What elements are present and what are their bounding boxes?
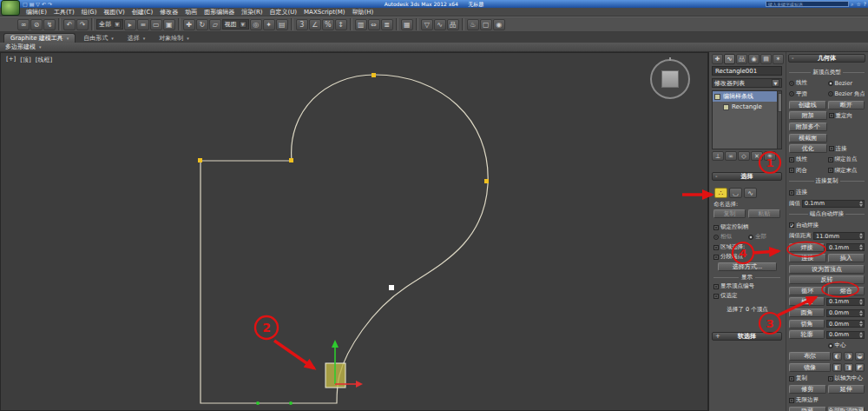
geometry-checkbox[interactable]: 复制 [789,375,826,382]
spinner-field[interactable]: 0.0mm [826,309,865,317]
stack-row[interactable]: 编辑样条线 [713,91,781,102]
ribbon-tab[interactable]: 自由形式▾ [77,33,120,43]
application-menu-button[interactable] [1,0,20,16]
show-vertex-numbers-checkbox[interactable]: 显示顶点编号 [713,282,780,290]
angle-snap-icon[interactable]: ∠ [309,19,321,30]
paste-button[interactable]: 粘贴 [748,209,780,218]
weld-threshold-field[interactable]: 0.1mm [826,243,865,251]
scrollbar-thumb[interactable] [778,93,782,112]
create-tab-icon[interactable]: ✚ [712,54,723,64]
geometry-button[interactable]: 圆角 [789,308,825,317]
mirror-icon[interactable]: ⇔ [368,19,380,30]
geometry-checkbox[interactable]: ✓自动焊接 [789,222,826,229]
menu-item[interactable]: MAXScript(M) [300,9,348,16]
ribbon-tab[interactable]: 选择▾ [122,33,152,43]
configure-modifier-sets-icon[interactable]: ✳ [764,151,776,161]
align-icon[interactable]: ≣ [381,19,393,30]
select-manipulate-icon[interactable]: ✦ [263,19,275,30]
search-icon[interactable]: ⌕ [851,1,853,8]
ribbon-tab[interactable]: 对象绘制▾ [153,33,195,43]
spinner-up-icon[interactable] [859,321,863,323]
weld-button[interactable]: 焊接 [789,243,825,252]
spinner-snap-icon[interactable]: ↕ [335,19,347,30]
select-and-link-icon[interactable]: ∞ [17,19,30,30]
graphite-toggle-icon[interactable]: ▽ [421,19,433,30]
window-crossing-icon[interactable]: ▣ [163,19,175,30]
undo-icon[interactable]: ↶ [63,19,76,30]
menu-item[interactable]: 视图(V) [101,8,128,17]
geometry-button[interactable]: 轮廓 [789,330,825,339]
vertex-mode-icon[interactable]: ∴ [714,188,727,198]
similar-radio[interactable]: 相似 [713,233,746,241]
spinner-field[interactable]: 11.0mm [813,232,865,240]
segment-mode-icon[interactable]: ◡ [729,188,742,198]
geometry-button[interactable]: 插入 [828,254,865,262]
select-object-icon[interactable]: ▸ [124,19,136,30]
geometry-button[interactable]: 相交 [789,297,825,306]
reference-coordinate-dropdown[interactable]: 视图▼ [222,19,249,30]
spinner-up-icon[interactable] [859,332,863,335]
spinner-arrows[interactable] [858,201,863,207]
soft-selection-rollout-header[interactable]: + 软选择 [712,332,782,341]
geometry-checkbox[interactable]: 连接 [829,145,865,153]
menu-item[interactable]: 渲染(R) [238,8,266,17]
spinner-down-icon[interactable] [859,302,863,305]
boolean-intersect-icon[interactable]: ◒ [855,352,865,361]
viewcube-top-face[interactable] [661,70,679,88]
menu-item[interactable]: 修改器 [156,8,181,17]
geometry-button[interactable]: 优化 [789,144,827,153]
geometry-button[interactable]: 创建线 [789,101,826,109]
rectangular-region-icon[interactable]: ▭ [150,19,162,30]
menu-item[interactable]: 帮助(H) [349,8,378,17]
display-tab-icon[interactable]: ▤ [760,54,772,64]
spinner-up-icon[interactable] [859,244,863,247]
spinner-down-icon[interactable] [859,204,863,207]
geometry-button[interactable]: 连接 [789,254,826,262]
geometry-button[interactable]: 附加 [789,111,827,120]
menu-item[interactable]: 动画 [181,8,201,17]
render-production-icon[interactable]: ◉ [493,19,505,30]
boolean-subtract-icon[interactable]: ◑ [844,352,853,361]
geometry-checkbox[interactable]: 无限边界 [789,396,826,404]
geometry-button[interactable]: 镜像 [789,363,831,372]
geometry-checkbox[interactable]: 绑定首点 [828,156,865,163]
copy-button[interactable]: 复制 [713,209,746,218]
spinner-up-icon[interactable] [859,299,863,302]
spinner-down-icon[interactable] [859,248,863,250]
spinner-field[interactable]: 0.0mm [826,320,865,328]
select-scale-icon[interactable]: ▱ [209,19,221,30]
spinner-up-icon[interactable] [859,233,863,235]
spinner-arrows[interactable] [858,321,863,327]
ribbon-tab[interactable]: Graphite 建模工具▾ [3,33,76,43]
render-setup-icon[interactable]: ♨ [467,19,479,30]
geometry-radio[interactable]: 线性 [789,79,826,87]
spinner-arrows[interactable] [858,310,863,316]
spinner-arrows[interactable] [858,233,863,239]
all-radio[interactable]: 全部 [748,233,780,241]
unlink-selection-icon[interactable]: ⊘ [30,19,43,30]
stack-row[interactable]: Rectangle [713,102,781,112]
geometry-button[interactable]: 横截面 [789,134,827,143]
favorites-star-icon[interactable]: ☆ [856,1,860,8]
geometry-button[interactable]: 设为首顶点 [789,265,865,274]
selection-filter-dropdown[interactable]: 全部▼ [96,19,123,30]
geometry-checkbox[interactable]: 以轴为中心 [828,375,865,382]
select-move-icon[interactable]: ✚ [183,19,195,30]
spinner-field[interactable]: 0.1mm [802,200,865,208]
geometry-button[interactable]: 附加多个 [789,123,827,131]
geometry-button[interactable]: 全部取消隐藏 [828,407,865,411]
spinner-arrows[interactable] [858,332,863,338]
mirror-both-icon[interactable]: ◩ [855,363,865,372]
make-unique-icon[interactable]: ◇ [738,151,750,161]
geometry-rollout-header[interactable]: - 几何体 [788,54,865,63]
geometry-checkbox[interactable]: 绑定末点 [828,167,865,175]
boolean-union-icon[interactable]: ◐ [832,352,842,361]
spinner-down-icon[interactable] [859,314,863,316]
mirror-v-icon[interactable]: ◨ [844,363,853,372]
modifier-list-dropdown[interactable]: 修改器列表 ▼ [712,78,782,88]
menu-item[interactable]: 图形编辑器 [201,8,238,17]
layer-manager-icon[interactable]: ▦ [401,19,413,30]
viewcube[interactable] [650,59,690,99]
spinner-down-icon[interactable] [859,335,863,338]
modify-tab-icon[interactable]: ∿ [724,54,735,64]
